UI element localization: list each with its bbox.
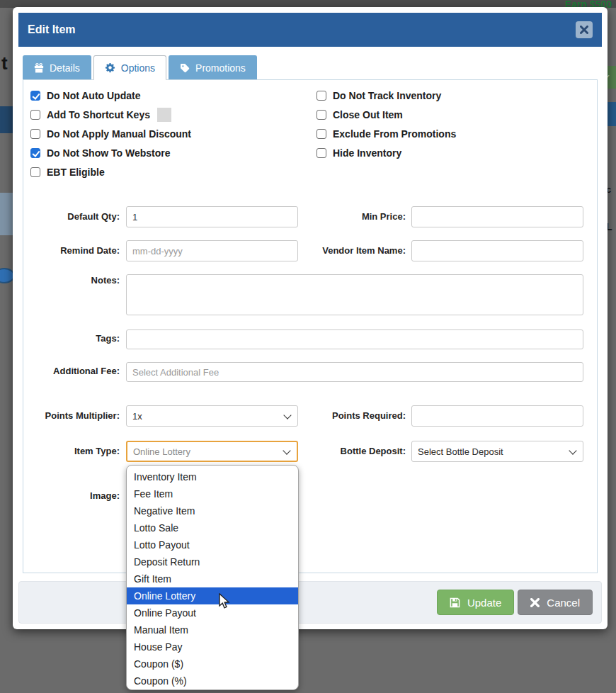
cancel-x-icon <box>530 598 540 607</box>
min-price-label: Min Price: <box>284 206 406 227</box>
points-multiplier-label: Points Multiplier: <box>23 405 120 427</box>
default-qty-input[interactable] <box>126 206 298 227</box>
tab-options[interactable]: Options <box>93 55 166 80</box>
item-type-dropdown: Inventory Item Fee Item Negative Item Lo… <box>126 465 299 690</box>
item-type-option[interactable]: Online Lottery <box>127 587 298 604</box>
bottle-deposit-select[interactable]: Select Bottle Deposit <box>411 441 583 462</box>
checkbox-row: Do Not Auto Update <box>30 86 307 105</box>
tab-label: Options <box>121 62 155 74</box>
checkbox-do-not-track-inventory[interactable] <box>316 91 326 101</box>
item-type-option[interactable]: Fee Item <box>127 485 298 502</box>
background-text-fragment: t <box>1 52 8 74</box>
checkbox-column-right: Do Not Track Inventory Close Out Item Ex… <box>316 86 593 162</box>
save-icon <box>450 597 460 608</box>
vendor-item-name-label: Vendor Item Name: <box>284 240 406 261</box>
checkbox-row: EBT Eligible <box>30 162 307 181</box>
checkbox-exclude-from-promotions[interactable] <box>316 129 326 139</box>
tags-input[interactable] <box>126 329 583 349</box>
background-fragment <box>0 193 13 235</box>
points-multiplier-value: 1x <box>132 411 142 422</box>
remind-date-label: Remind Date: <box>23 240 120 261</box>
points-multiplier-select[interactable]: 1x <box>126 405 298 427</box>
item-type-option[interactable]: Coupon ($) <box>127 655 298 672</box>
edit-item-modal: Edit Item Details <box>13 7 608 629</box>
checkbox-do-not-apply-manual-discount[interactable] <box>30 129 40 139</box>
vendor-item-name-input[interactable] <box>411 240 583 261</box>
tab-content-panel: Do Not Auto Update Add To Shortcut Keys … <box>23 79 598 573</box>
item-type-option[interactable]: Negative Item <box>127 502 298 519</box>
modal-footer: Update Cancel <box>18 581 602 624</box>
points-required-label: Points Required: <box>284 405 406 427</box>
tab-label: Promotions <box>195 62 246 74</box>
update-button[interactable]: Update <box>437 590 514 615</box>
background-fragment <box>0 106 13 133</box>
item-type-option[interactable]: Inventory Item <box>127 468 298 485</box>
tag-icon <box>180 63 190 73</box>
min-price-input[interactable] <box>411 206 583 227</box>
checkbox-close-out-item[interactable] <box>316 110 326 120</box>
checkbox-label: Hide Inventory <box>333 147 401 159</box>
image-label: Image: <box>23 485 120 507</box>
checkbox-label: Exclude From Promotions <box>333 128 456 140</box>
modal-title: Edit Item <box>28 23 76 36</box>
additional-fee-label: Additional Fee: <box>23 361 120 381</box>
gift-icon <box>34 63 44 73</box>
checkbox-do-not-show-to-webstore[interactable] <box>30 148 40 158</box>
shortcut-color-swatch[interactable] <box>157 108 171 122</box>
bottle-deposit-label: Bottle Deposit: <box>284 441 406 462</box>
checkbox-ebt-eligible[interactable] <box>30 167 40 177</box>
item-type-option[interactable]: Online Payout <box>127 604 298 621</box>
cancel-button-label: Cancel <box>547 597 580 609</box>
points-required-input[interactable] <box>411 405 583 427</box>
checkbox-label: Do Not Show To Webstore <box>47 147 170 159</box>
cancel-button[interactable]: Cancel <box>518 590 593 615</box>
checkbox-label: Do Not Auto Update <box>47 90 140 101</box>
tags-label: Tags: <box>23 329 120 349</box>
checkbox-label: Add To Shortcut Keys <box>47 109 150 120</box>
close-button[interactable] <box>576 21 593 38</box>
default-qty-label: Default Qty: <box>23 206 120 227</box>
item-type-option[interactable]: Coupon (%) <box>127 672 298 689</box>
checkbox-row: Add To Shortcut Keys <box>30 105 307 124</box>
item-type-option[interactable]: Gift Item <box>127 570 298 587</box>
item-type-option[interactable]: Lotto Payout <box>127 536 298 553</box>
checkbox-do-not-auto-update[interactable] <box>30 91 40 101</box>
item-type-option[interactable]: House Pay <box>127 638 298 655</box>
screen: Earn $500 t ✓ c L Edit Item <box>0 0 616 693</box>
item-type-option[interactable]: Lotto Sale <box>127 519 298 536</box>
checkbox-row: Do Not Track Inventory <box>316 86 593 105</box>
checkbox-label: Do Not Track Inventory <box>333 90 441 101</box>
modal-header: Edit Item <box>18 13 602 47</box>
gears-icon <box>105 63 115 74</box>
notes-textarea[interactable] <box>126 274 583 315</box>
checkbox-add-to-shortcut-keys[interactable] <box>30 110 40 120</box>
checkbox-label: Close Out Item <box>333 109 403 120</box>
tab-details[interactable]: Details <box>23 55 91 79</box>
checkbox-row: Exclude From Promotions <box>316 124 593 143</box>
checkbox-row: Do Not Apply Manual Discount <box>30 124 307 143</box>
item-type-option[interactable]: Manual Item <box>127 621 298 638</box>
checkbox-row: Do Not Show To Webstore <box>30 143 307 162</box>
chevron-down-icon <box>569 446 576 454</box>
checkbox-row: Hide Inventory <box>316 143 593 162</box>
checkbox-label: EBT Eligible <box>47 167 105 178</box>
remind-date-input[interactable] <box>126 240 298 261</box>
update-button-label: Update <box>467 597 501 609</box>
tab-bar: Details Options Promotio <box>23 55 602 79</box>
checkbox-label: Do Not Apply Manual Discount <box>47 128 191 140</box>
notes-label: Notes: <box>23 271 120 290</box>
tab-label: Details <box>50 62 80 74</box>
bottle-deposit-value: Select Bottle Deposit <box>418 446 503 457</box>
tab-promotions[interactable]: Promotions <box>169 55 257 79</box>
additional-fee-input[interactable] <box>126 362 583 382</box>
checkbox-column-left: Do Not Auto Update Add To Shortcut Keys … <box>30 86 307 181</box>
item-type-option[interactable]: Deposit Return <box>127 553 298 570</box>
checkbox-row: Close Out Item <box>316 105 593 124</box>
item-type-label: Item Type: <box>23 441 120 462</box>
item-type-value: Online Lottery <box>133 446 190 457</box>
item-type-select[interactable]: Online Lottery <box>126 441 298 462</box>
checkbox-hide-inventory[interactable] <box>316 148 326 158</box>
close-icon <box>580 26 588 34</box>
